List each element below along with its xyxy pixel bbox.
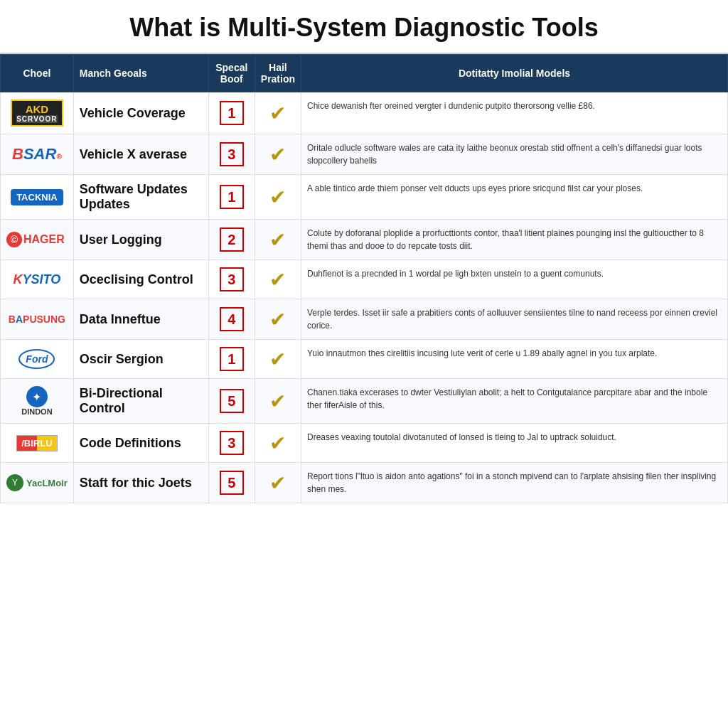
brand-logo-cell: YYacLMoir — [1, 463, 74, 503]
check-cell: ✔ — [255, 175, 301, 220]
table-row: AKDSCRVOOR Vehicle Coverage 1 ✔ Chice de… — [1, 92, 728, 134]
brand-logo-cell: TACKNIA — [1, 175, 74, 220]
brand-logo-cell: BSAR® — [1, 134, 74, 175]
feature-name-cell: Bi-Directional Control — [73, 379, 208, 424]
col-header-manch: Manch Geoals — [73, 55, 208, 92]
description-cell: Dreases veaxing toutolal divotanuted of … — [301, 424, 728, 463]
checkmark-icon: ✔ — [269, 432, 286, 454]
description-cell: Report tions l"ltuo is aidon anto agatio… — [301, 463, 728, 503]
feature-name-cell: Vehicle Coverage — [73, 92, 208, 134]
checkmark-icon: ✔ — [269, 229, 286, 251]
feature-name-cell: Data Inneftue — [73, 299, 208, 340]
score-box: 5 — [220, 471, 244, 495]
feature-name-cell: Code Definitions — [73, 424, 208, 463]
feature-name-cell: Staft for thic Joets — [73, 463, 208, 503]
table-row: Ford Oscir Sergion 1 ✔ Yuio innautmon th… — [1, 340, 728, 379]
table-row: TACKNIA Software Updates Updates 1 ✔ A a… — [1, 175, 728, 220]
score-cell: 3 — [208, 260, 255, 299]
check-cell: ✔ — [255, 463, 301, 503]
checkmark-icon: ✔ — [269, 390, 286, 412]
score-box: 2 — [220, 228, 244, 252]
feature-name-cell: Oceclising Control — [73, 260, 208, 299]
checkmark-icon: ✔ — [269, 309, 286, 331]
score-cell: 1 — [208, 340, 255, 379]
description-cell: Duhfienot is a precnded in 1 wordal pe l… — [301, 260, 728, 299]
score-cell: 1 — [208, 175, 255, 220]
description-cell: Colute by doforanal ploplide a prorfuctt… — [301, 220, 728, 260]
description-cell: A able tintico arde thiem ponser velt dd… — [301, 175, 728, 220]
checkmark-icon: ✔ — [269, 472, 286, 494]
col-header-specal: Specal Boof — [208, 55, 255, 92]
score-cell: 3 — [208, 134, 255, 175]
description-cell: Chice dewanish fter oreined vergter i du… — [301, 92, 728, 134]
check-cell: ✔ — [255, 379, 301, 424]
comparison-table: Choel Manch Geoals Specal Boof Hail Prat… — [0, 54, 728, 503]
checkmark-icon: ✔ — [269, 269, 286, 291]
check-cell: ✔ — [255, 92, 301, 134]
col-header-dotitatty: Dotitatty Imolial Models — [301, 55, 728, 92]
check-cell: ✔ — [255, 424, 301, 463]
score-cell: 3 — [208, 424, 255, 463]
description-cell: Yuio innautmon thes cirelitiis incusing … — [301, 340, 728, 379]
check-cell: ✔ — [255, 299, 301, 340]
feature-name-cell: User Logging — [73, 220, 208, 260]
check-cell: ✔ — [255, 260, 301, 299]
score-box: 5 — [220, 389, 244, 413]
checkmark-icon: ✔ — [269, 186, 286, 208]
description-cell: Oritale odlucle software wales are cata … — [301, 134, 728, 175]
check-cell: ✔ — [255, 134, 301, 175]
brand-logo-cell: Ford — [1, 340, 74, 379]
col-header-choel: Choel — [1, 55, 74, 92]
checkmark-icon: ✔ — [269, 348, 286, 370]
score-cell: 5 — [208, 463, 255, 503]
score-cell: 5 — [208, 379, 255, 424]
table-row: BSAR® Vehicle X averase 3 ✔ Oritale odlu… — [1, 134, 728, 175]
table-row: BAPUSUNG Data Inneftue 4 ✔ Verple terdes… — [1, 299, 728, 340]
checkmark-icon: ✔ — [269, 144, 286, 166]
brand-logo-cell: BAPUSUNG — [1, 299, 74, 340]
table-row: ✦DINDON Bi-Directional Control 5 ✔ Chane… — [1, 379, 728, 424]
score-box: 4 — [220, 307, 244, 331]
brand-logo-cell: ✦DINDON — [1, 379, 74, 424]
score-cell: 1 — [208, 92, 255, 134]
score-box: 3 — [220, 142, 244, 166]
score-cell: 4 — [208, 299, 255, 340]
brand-logo-cell: AKDSCRVOOR — [1, 92, 74, 134]
check-cell: ✔ — [255, 220, 301, 260]
score-cell: 2 — [208, 220, 255, 260]
score-box: 1 — [220, 101, 244, 125]
brand-logo-cell: /BIRLU — [1, 424, 74, 463]
check-cell: ✔ — [255, 340, 301, 379]
score-box: 3 — [220, 267, 244, 291]
feature-name-cell: Vehicle X averase — [73, 134, 208, 175]
table-row: ©HAGER User Logging 2 ✔ Colute by dofora… — [1, 220, 728, 260]
brand-logo-cell: KYSITO — [1, 260, 74, 299]
checkmark-icon: ✔ — [269, 102, 286, 124]
description-cell: Chanen.tiaka excerases to dwter Vestiuli… — [301, 379, 728, 424]
brand-logo-cell: ©HAGER — [1, 220, 74, 260]
description-cell: Verple terdes. Isset iir safe a prabitie… — [301, 299, 728, 340]
table-row: /BIRLU Code Definitions 3 ✔ Dreases veax… — [1, 424, 728, 463]
score-box: 3 — [220, 431, 244, 455]
feature-name-cell: Software Updates Updates — [73, 175, 208, 220]
score-box: 1 — [220, 185, 244, 209]
col-header-hail: Hail Pration — [255, 55, 301, 92]
score-box: 1 — [220, 347, 244, 371]
table-row: KYSITO Oceclising Control 3 ✔ Duhfienot … — [1, 260, 728, 299]
table-row: YYacLMoir Staft for thic Joets 5 ✔ Repor… — [1, 463, 728, 503]
feature-name-cell: Oscir Sergion — [73, 340, 208, 379]
page-title: What is Multi-System Diagnostic Tools — [0, 0, 728, 54]
